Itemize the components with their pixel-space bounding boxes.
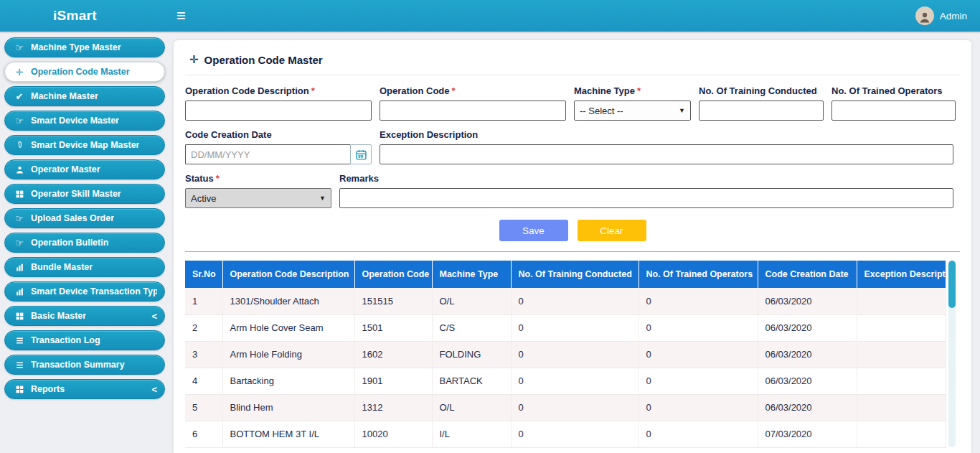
page-title: ✛ Operation Code Master bbox=[185, 50, 960, 75]
sidebar-item-basic-master[interactable]: Basic Master< bbox=[4, 306, 165, 326]
sidebar-item-label: Reports bbox=[31, 384, 65, 394]
table-cell bbox=[857, 368, 946, 394]
save-button[interactable]: Save bbox=[499, 220, 568, 241]
user-menu[interactable]: Admin bbox=[915, 6, 967, 25]
field-exception-description: Exception Description bbox=[380, 129, 953, 164]
operation-code-description-input[interactable] bbox=[185, 101, 372, 121]
sidebar-item-transaction-summary[interactable]: Transaction Summary bbox=[4, 355, 165, 375]
table-row[interactable]: 11301/Shoulder Attach151515O/L0006/03/20… bbox=[185, 288, 946, 314]
table-cell: 0 bbox=[511, 421, 639, 447]
machine-type-select[interactable]: -- Select -- bbox=[574, 101, 691, 121]
table-cell: 0 bbox=[639, 368, 758, 394]
table-cell: 06/03/2020 bbox=[758, 394, 857, 421]
sidebar-item-upload-sales-order[interactable]: ☞Upload Sales Order bbox=[4, 208, 165, 228]
sidebar-item-transaction-log[interactable]: Transaction Log bbox=[4, 330, 165, 350]
table-row[interactable]: 4Bartacking1901BARTACK0006/03/2020 bbox=[185, 368, 946, 394]
sidebar-item-smart-device-master[interactable]: ☞Smart Device Master bbox=[4, 111, 165, 131]
vertical-scrollbar[interactable] bbox=[948, 261, 956, 447]
move-icon: ✛ bbox=[189, 53, 199, 66]
table-cell: 06/03/2020 bbox=[758, 368, 857, 394]
table-row[interactable]: 6BOTTOM HEM 3T I/L10020I/L0007/03/2020 bbox=[185, 421, 946, 447]
move-icon: ✛ bbox=[14, 67, 25, 77]
table-cell: 6 bbox=[185, 421, 222, 447]
sidebar-item-machine-master[interactable]: ✔Machine Master bbox=[4, 86, 165, 106]
table-header: Sr.NoOperation Code DescriptionOperation… bbox=[185, 261, 946, 288]
table-cell: 0 bbox=[511, 314, 639, 341]
sidebar-item-label: Operator Skill Master bbox=[31, 189, 121, 199]
sidebar-item-operation-code-master[interactable]: ✛Operation Code Master bbox=[4, 62, 165, 82]
sidebar-item-machine-type-master[interactable]: ☞Machine Type Master bbox=[4, 37, 165, 57]
table-cell: 10020 bbox=[354, 421, 432, 447]
sidebar-item-label: Operation Bulletin bbox=[31, 238, 108, 248]
table-row[interactable]: 2Arm Hole Cover Seam1501C/S0006/03/2020 bbox=[185, 314, 946, 341]
table-cell: 1312 bbox=[354, 394, 432, 421]
table-cell: 0 bbox=[639, 421, 758, 447]
sidebar-item-bundle-master[interactable]: Bundle Master bbox=[4, 257, 165, 277]
grid-icon bbox=[14, 312, 25, 321]
clear-button[interactable]: Clear bbox=[578, 220, 646, 241]
list-icon bbox=[14, 360, 25, 370]
training-conducted-label: No. Of Training Conducted bbox=[699, 85, 824, 96]
sidebar-item-reports[interactable]: Reports< bbox=[4, 379, 165, 399]
remarks-input[interactable] bbox=[339, 188, 953, 208]
table-cell: 0 bbox=[639, 288, 758, 314]
trained-operators-label: No. Of Trained Operators bbox=[831, 85, 956, 96]
training-conducted-input[interactable] bbox=[699, 101, 824, 121]
user-avatar bbox=[915, 6, 934, 25]
operation-code-input[interactable] bbox=[380, 101, 566, 121]
sidebar: ☞Machine Type Master✛Operation Code Mast… bbox=[0, 32, 169, 453]
field-remarks: Remarks bbox=[339, 173, 953, 208]
table-cell: Blind Hem bbox=[222, 394, 354, 421]
hamburger-menu-icon[interactable]: ≡ bbox=[176, 8, 186, 24]
table-row[interactable]: 3Arm Hole Folding1602FOLDING0006/03/2020 bbox=[185, 341, 946, 368]
status-select-wrap: Active ▼ bbox=[185, 188, 331, 208]
table-cell: BOTTOM HEM 3T I/L bbox=[222, 421, 354, 447]
table-cell: Arm Hole Cover Seam bbox=[222, 314, 354, 341]
table-zone: Sr.NoOperation Code DescriptionOperation… bbox=[185, 261, 960, 448]
trained-operators-input[interactable] bbox=[831, 101, 956, 121]
sidebar-item-operator-master[interactable]: Operator Master bbox=[4, 159, 165, 179]
table-cell: 5 bbox=[185, 394, 222, 421]
sidebar-item-smart-device-map-master[interactable]: Smart Device Map Master bbox=[4, 135, 165, 155]
table-row[interactable]: 5Blind Hem1312O/L0006/03/2020 bbox=[185, 394, 946, 421]
table-cell: 1 bbox=[185, 288, 222, 314]
machine-type-select-wrap: -- Select -- ▼ bbox=[574, 101, 691, 121]
table-cell: 0 bbox=[639, 394, 758, 421]
sidebar-item-label: Basic Master bbox=[31, 311, 86, 321]
sidebar-item-label: Machine Master bbox=[31, 91, 98, 101]
table-header-cell: No. Of Training Conducted bbox=[511, 261, 639, 288]
sidebar-item-operation-bulletin[interactable]: ☞Operation Bulletin bbox=[4, 233, 165, 253]
sidebar-item-operator-skill-master[interactable]: Operator Skill Master bbox=[4, 184, 165, 204]
bars-icon bbox=[14, 263, 25, 272]
table-cell: 07/03/2020 bbox=[758, 421, 857, 447]
brand-zone: iSmart bbox=[0, 8, 169, 24]
table-cell: I/L bbox=[432, 421, 511, 447]
status-select[interactable]: Active bbox=[185, 188, 331, 208]
top-navbar: iSmart ≡ Admin bbox=[0, 0, 980, 32]
table-body: 11301/Shoulder Attach151515O/L0006/03/20… bbox=[185, 288, 946, 447]
table-cell: O/L bbox=[432, 288, 511, 314]
calendar-icon[interactable] bbox=[350, 144, 372, 164]
table-cell: C/S bbox=[432, 314, 511, 341]
hand-pointer-icon: ☞ bbox=[14, 116, 25, 126]
sidebar-item-label: Operation Code Master bbox=[31, 67, 130, 77]
sidebar-item-label: Smart Device Master bbox=[31, 116, 119, 126]
vertical-scrollbar-thumb[interactable] bbox=[948, 261, 956, 308]
table-cell: 0 bbox=[639, 341, 758, 368]
hand-pointer-icon: ☞ bbox=[14, 43, 25, 52]
sidebar-item-smart-device-transaction-type[interactable]: Smart Device Transaction Type bbox=[4, 281, 165, 302]
code-creation-date-label: Code Creation Date bbox=[185, 129, 372, 140]
sidebar-item-label: Operator Master bbox=[31, 164, 100, 174]
table-cell: 1602 bbox=[354, 341, 432, 368]
page-title-text: Operation Code Master bbox=[204, 54, 323, 66]
sidebar-item-label: Transaction Log bbox=[31, 335, 100, 345]
table-header-cell: Operation Code bbox=[354, 261, 432, 288]
sidebar-item-label: Upload Sales Order bbox=[31, 213, 114, 223]
exception-description-input[interactable] bbox=[380, 144, 953, 164]
code-creation-date-input[interactable] bbox=[185, 144, 350, 164]
table-cell: 2 bbox=[185, 314, 222, 341]
grid-icon bbox=[14, 385, 25, 394]
chevron-left-icon: < bbox=[151, 311, 157, 322]
table-cell bbox=[857, 314, 946, 341]
table-cell: BARTACK bbox=[432, 368, 511, 394]
